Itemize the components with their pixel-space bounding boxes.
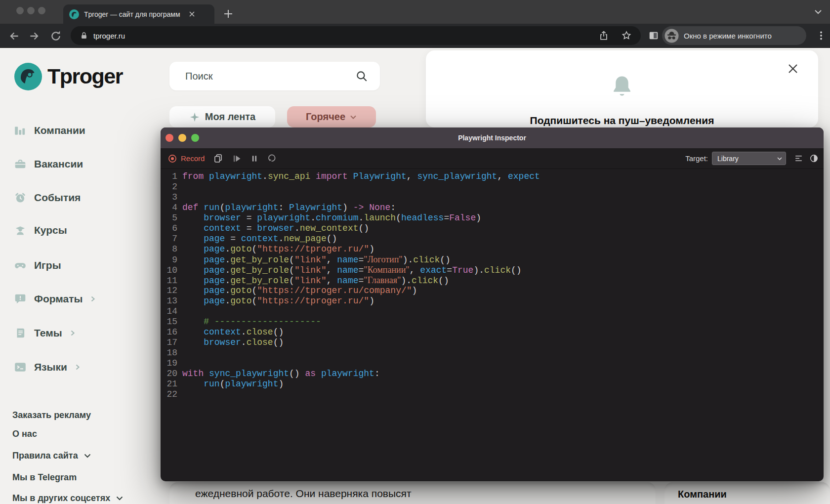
incognito-label: Окно в режиме инкогнито <box>684 32 772 40</box>
code-line: 20with sync_playwright() as playwright: <box>166 369 824 379</box>
line-number: 9 <box>166 255 177 265</box>
line-number: 21 <box>166 379 177 389</box>
line-number: 20 <box>166 369 177 379</box>
sidebar-item-3[interactable]: События <box>14 190 81 205</box>
tproger-logo[interactable] <box>14 63 42 90</box>
tab-title: Tproger — сайт для программ <box>84 10 189 18</box>
my-feed-button[interactable]: Моя лента <box>169 106 275 127</box>
step-over-icon[interactable] <box>267 153 278 164</box>
target-select-value: Library <box>717 155 739 163</box>
window-zoom-button[interactable] <box>191 134 199 142</box>
inspector-window-title: Playwright Inspector <box>161 127 824 148</box>
companies-section-card: Компании <box>664 482 830 504</box>
line-number: 16 <box>166 327 177 337</box>
reload-icon[interactable] <box>49 30 62 42</box>
code-line: 16 context.close() <box>166 327 824 337</box>
code-line: 3 <box>166 192 824 203</box>
inspector-titlebar[interactable]: Playwright Inspector <box>161 127 824 148</box>
browser-toolbar: tproger.ru Окно в режиме инкогнито <box>0 24 830 48</box>
events-icon <box>14 191 27 204</box>
code-line: 21 run(playwright) <box>166 379 824 389</box>
topics-icon <box>14 327 27 339</box>
companies-section-title: Компании <box>678 489 727 500</box>
chevron-down-icon <box>777 156 783 162</box>
browser-menu-icon[interactable] <box>815 30 827 42</box>
code-line: 8 page.goto("https://tproger.ru/") <box>166 244 824 254</box>
my-feed-label: Моя лента <box>205 111 255 123</box>
logo-text[interactable]: Tproger <box>47 64 123 88</box>
footer-link-4[interactable]: Мы в Telegram <box>12 471 77 483</box>
tab-search-chevron-icon[interactable] <box>813 7 823 17</box>
browser-tab-strip: Tproger — сайт для программ <box>0 0 830 24</box>
sidebar-item-7[interactable]: Темы <box>14 326 77 340</box>
new-tab-button[interactable] <box>223 9 233 19</box>
search-input[interactable]: Поиск <box>169 62 380 90</box>
bookmark-star-icon[interactable] <box>621 30 632 41</box>
footer-link-label: Правила сайта <box>12 451 78 461</box>
code-line: 14 <box>166 306 824 317</box>
line-number: 12 <box>166 286 177 296</box>
sidebar-item-label: Форматы <box>34 293 83 305</box>
line-number: 4 <box>166 203 177 213</box>
resume-icon[interactable] <box>232 154 242 164</box>
sidebar-item-label: Языки <box>34 361 67 373</box>
window-zoom-button[interactable] <box>38 7 45 14</box>
close-icon[interactable] <box>788 63 798 74</box>
record-button[interactable]: Record <box>167 154 205 164</box>
code-line: 5 browser = playwright.chromium.launch(h… <box>166 213 824 223</box>
line-number: 8 <box>166 244 177 254</box>
sidebar-item-label: Темы <box>34 327 62 339</box>
courses-icon <box>14 224 27 237</box>
tproger-favicon <box>69 9 79 19</box>
search-icon[interactable] <box>355 70 368 83</box>
pause-icon[interactable] <box>250 154 259 163</box>
companies-icon <box>14 124 27 137</box>
copy-icon[interactable] <box>213 153 223 164</box>
url-bar[interactable]: tproger.ru <box>71 26 641 45</box>
side-panel-icon[interactable] <box>648 30 659 41</box>
footer-link-2[interactable]: О нас <box>12 428 37 440</box>
code-line: 19 <box>166 358 824 369</box>
code-line: 17 browser.close() <box>166 337 824 348</box>
window-minimize-button[interactable] <box>178 134 186 142</box>
window-minimize-button[interactable] <box>27 7 35 14</box>
sidebar-item-label: Компании <box>34 125 85 136</box>
push-panel: Подпишитесь на пуш–уведомления <box>426 50 818 127</box>
browser-tab[interactable]: Tproger — сайт для программ <box>63 4 214 24</box>
footer-link-3[interactable]: Правила сайта <box>12 450 92 462</box>
target-select[interactable]: Library <box>712 152 786 165</box>
line-number: 18 <box>166 348 177 358</box>
source-list-icon[interactable] <box>794 154 803 163</box>
tab-close-icon[interactable] <box>189 11 195 17</box>
code-line: 2 <box>166 182 824 192</box>
window-close-button[interactable] <box>166 134 173 142</box>
footer-link-1[interactable]: Заказать рекламу <box>12 409 91 421</box>
sidebar-item-8[interactable]: Языки <box>14 360 82 375</box>
sidebar-item-1[interactable]: Компании <box>14 123 85 138</box>
sidebar-item-2[interactable]: Вакансии <box>14 157 83 171</box>
url-text: tproger.ru <box>93 32 125 40</box>
line-number: 13 <box>166 296 177 306</box>
sidebar-item-5[interactable]: Игры <box>14 258 61 273</box>
code-line: 11 page.get_by_role("link", name="Главна… <box>166 275 824 286</box>
sidebar-item-6[interactable]: Форматы <box>14 292 97 306</box>
games-icon <box>14 259 27 272</box>
forward-icon[interactable] <box>28 30 41 42</box>
footer-link-label: Мы в Telegram <box>12 472 77 483</box>
window-close-button[interactable] <box>16 7 24 14</box>
line-number: 15 <box>166 317 177 327</box>
back-icon[interactable] <box>8 30 21 42</box>
footer-link-label: О нас <box>12 429 37 439</box>
hot-button[interactable]: Горячее <box>287 106 376 127</box>
footer-link-5[interactable]: Мы в других соцсетях <box>12 492 124 504</box>
sparkle-icon <box>189 112 200 123</box>
lock-icon <box>80 31 88 40</box>
line-number: 1 <box>166 171 177 182</box>
chevron-right-icon <box>74 363 82 371</box>
chevron-right-icon <box>69 329 77 337</box>
share-icon[interactable] <box>598 30 609 41</box>
theme-toggle-icon[interactable] <box>809 154 819 163</box>
record-label: Record <box>181 154 205 163</box>
sidebar-item-4[interactable]: Курсы <box>14 223 67 238</box>
vacancies-icon <box>14 158 27 170</box>
